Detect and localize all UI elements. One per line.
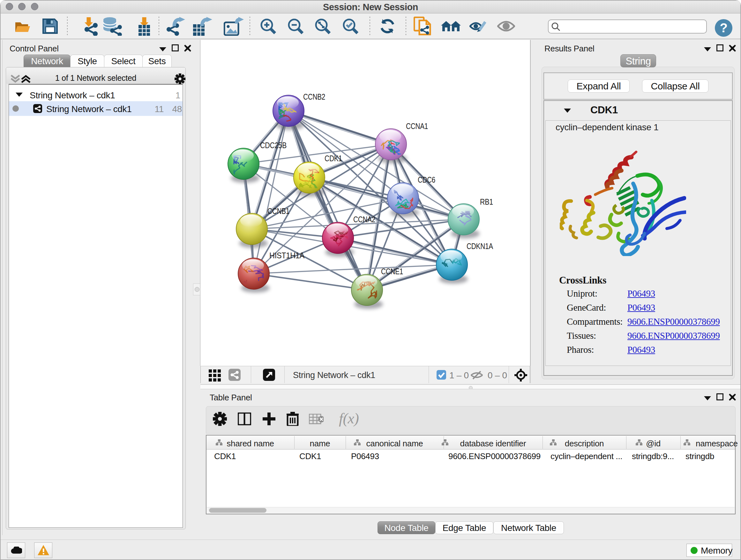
svg-text:CCNB1: CCNB1 [267,206,289,216]
svg-text:CDC6: CDC6 [418,175,435,185]
svg-text:HIST1H1A: HIST1H1A [269,251,305,260]
svg-text:CCNB2: CCNB2 [303,92,325,102]
svg-text:CDC25B: CDC25B [260,140,286,150]
svg-text:CDK1: CDK1 [325,153,342,163]
svg-text:CCNE1: CCNE1 [381,266,403,276]
svg-text:RB1: RB1 [480,197,493,206]
svg-text:CCNA2: CCNA2 [353,214,375,224]
svg-text:CCNA1: CCNA1 [406,121,428,131]
svg-text:CDKN1A: CDKN1A [467,241,493,251]
